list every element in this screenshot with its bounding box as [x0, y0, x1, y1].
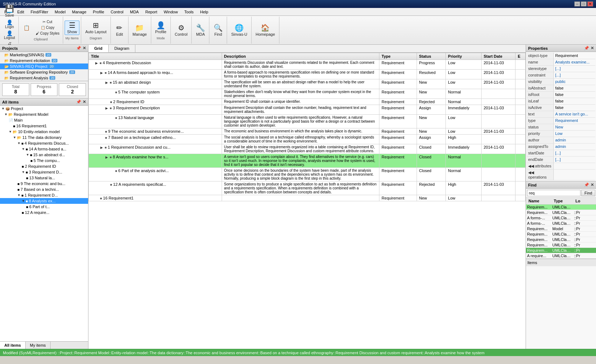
tab-my-items[interactable]: My items — [26, 342, 51, 349]
expand-arrow[interactable]: ▶ — [105, 81, 108, 84]
tree-natural-lang[interactable]: ■ 13 Natural la... — [0, 175, 88, 181]
project-software-eng[interactable]: 📂 Software Engineering Repository 20 — [0, 69, 88, 75]
tree-req-spec[interactable]: ■ 12 A require... — [0, 210, 88, 215]
tab-grid[interactable]: Grid — [88, 45, 109, 52]
table-row[interactable]: ■ 12 A requirements specificat... Some o… — [89, 181, 526, 195]
table-row[interactable]: ■ 6 Part of the analysis activi... Once … — [89, 168, 526, 181]
tree-main[interactable]: 📄 Main — [0, 117, 88, 123]
table-row[interactable]: ▶ ■ 15 an abstract design The specificat… — [89, 79, 526, 89]
cut-button[interactable]: ✂ Cut — [34, 19, 61, 25]
table-row[interactable]: ■ 5 The computer system Stakeholders oft… — [89, 89, 526, 99]
tree-req1[interactable]: ■ 16 Requirement1 — [0, 123, 88, 129]
auto-layout-button[interactable]: ⊞ Auto Layout — [83, 21, 109, 35]
prop-attributes[interactable]: ◀◀ attributes — [527, 163, 595, 170]
all-items-close-icon[interactable]: ✕ — [83, 100, 86, 104]
tab-diagram[interactable]: Diagram — [109, 45, 136, 52]
menu-window[interactable]: Window — [161, 9, 180, 15]
col-status[interactable]: Status — [417, 53, 445, 60]
menu-mda[interactable]: MDA — [127, 9, 142, 15]
find-close-icon[interactable]: ✕ — [591, 183, 594, 187]
properties-pin-icon[interactable]: 📌 — [584, 46, 589, 51]
minimize-button[interactable]: ─ — [574, 1, 580, 6]
table-row[interactable]: ■ 13 Natural language Natural language i… — [89, 115, 526, 128]
table-row[interactable]: ■ 7 Based on a technique called ethno...… — [89, 135, 526, 144]
tree-economic[interactable]: ■ 9 The economic and bu... — [0, 181, 88, 187]
tree-analysts[interactable]: ▼ ■ 8 Analysts ex... — [0, 198, 88, 204]
maximize-button[interactable]: □ — [581, 1, 587, 6]
table-row[interactable]: ■ 9 The economic and business environme.… — [89, 128, 526, 135]
tree-req-id[interactable]: ■ 2 Requirement ID — [0, 163, 88, 169]
save-button[interactable]: 💾 Save — [2, 4, 17, 18]
edit-button[interactable]: ✏ Edit — [112, 23, 127, 38]
tree-req-model[interactable]: ▼ 📂 Requirement Model — [0, 111, 88, 117]
project-req-elicitation[interactable]: 📂 Requirement elicitation 20 — [0, 58, 88, 63]
menu-help[interactable]: Help — [197, 9, 211, 15]
prop-operations[interactable]: ◀◀ operations — [527, 170, 595, 180]
tree-req-desc[interactable]: ▼ ■ 3 Requirement D... — [0, 169, 88, 175]
expand-arrow[interactable]: ▶ — [105, 155, 108, 159]
find-result-row[interactable]: A forms-... UMLClass1 ::Pr — [526, 215, 596, 221]
project-req-analysis[interactable]: 📂 Requirement Analysis 20 — [0, 75, 88, 81]
find-result-row[interactable]: A forms-... UMLClass1 ::Pr — [526, 221, 596, 226]
close-button[interactable]: ✕ — [587, 1, 593, 6]
col-description[interactable]: Description — [222, 53, 379, 60]
find-pin-icon[interactable]: 📌 — [584, 183, 589, 187]
tree-req-discuss2[interactable]: ▼ ■ 1 Requirement D... — [0, 192, 88, 198]
logout-button[interactable]: 👤 Logout — [2, 30, 17, 40]
find-result-row[interactable]: Requirem... UMLClass1 ::Pr — [526, 237, 596, 242]
project-sinvas-req[interactable]: 📂 SINVAS-REQ Project 20 — [0, 63, 88, 69]
find-result-row[interactable]: Requirem... Model ::Pr — [526, 226, 596, 232]
col-type[interactable]: Type — [379, 53, 417, 60]
tree-data-dict[interactable]: ▼ 📂 11 The data dictionary — [0, 135, 88, 140]
find-result-row[interactable]: Requirem... UMLClass1 ::Pr — [526, 248, 596, 253]
menu-tools[interactable]: Tools — [182, 9, 197, 15]
tree-abstract[interactable]: ▼ ■ 15 an abstract d... — [0, 152, 88, 158]
manage-button[interactable]: 📁 Manage — [130, 23, 149, 38]
menu-model[interactable]: Model — [52, 9, 69, 15]
find-result-row[interactable]: Requirem... UMLClass1 ::Pr — [526, 232, 596, 237]
tab-all-items[interactable]: All items — [0, 342, 26, 349]
menu-manage[interactable]: Manage — [69, 9, 90, 15]
tree-req-discuss[interactable]: ▼ ■ 4 Requirements Discus... — [0, 140, 88, 146]
project-marketing[interactable]: 📂 Marketing(SINVAS) 20 — [0, 52, 88, 58]
expand-arrow[interactable]: ▶ — [100, 71, 103, 75]
expand-arrow[interactable]: ▶ — [100, 146, 103, 149]
menu-report[interactable]: Report — [142, 9, 160, 15]
mda-button[interactable]: 🔧 MDA — [193, 23, 208, 38]
grid-container[interactable]: Title Description Type Status Priority S… — [88, 53, 526, 349]
show-button[interactable]: ☰ Show — [65, 21, 80, 35]
control-button[interactable]: ⚙ Control — [172, 23, 190, 38]
tree-entity[interactable]: ▼ 📂 10 Entity-relation model — [0, 129, 88, 135]
tree-forms-based[interactable]: ▼ ■ 14 A forms-based a... — [0, 146, 88, 152]
table-row[interactable]: ▶ ■ 4 Requirements Discussion Requiremen… — [89, 60, 526, 70]
table-row[interactable]: ▶ ■ 8 Analysts examine how the s... A se… — [89, 154, 526, 168]
table-row[interactable]: ▶ ■ 14 A forms-based approach to requ...… — [89, 70, 526, 79]
col-priority[interactable]: Priority — [446, 53, 482, 60]
find-result-row[interactable]: A require... UMLClass1 ::Pr — [526, 253, 596, 259]
tree-part-of[interactable]: ■ 6 Part of t... — [0, 204, 88, 210]
sinvas-u-button[interactable]: 🌐 Sinvas-U — [229, 23, 250, 38]
paste-button[interactable]: 📋 — [20, 19, 33, 36]
menu-find-filter[interactable]: Find/Filter — [28, 9, 51, 15]
find-button[interactable]: 🔍 Find — [211, 23, 225, 38]
copy-styles-button[interactable]: 🖌 Copy Styles — [34, 31, 61, 36]
expand-arrow[interactable]: ▶ — [105, 106, 108, 110]
table-row[interactable]: ▶ ■ 1 Requirement Discussion and cu... U… — [89, 144, 526, 154]
tree-computer[interactable]: ■ 5 The compu... — [0, 158, 88, 163]
table-row[interactable]: ■ 2 Requirement ID Requirement ID shall … — [89, 99, 526, 105]
tree-ethnograph[interactable]: ■ 7 Based on a techni... — [0, 187, 88, 192]
table-row[interactable]: ■ 16 Requirement1 Requirement New Low — [89, 195, 526, 201]
tree-project[interactable]: ▼ 📦 Project — [0, 106, 88, 111]
col-title[interactable]: Title — [89, 53, 222, 60]
copy-button[interactable]: 📋 Copy — [34, 25, 61, 30]
col-start-date[interactable]: Start Date — [481, 53, 515, 60]
find-result-row[interactable]: Requirem... UMLClass1 ::Pr — [526, 210, 596, 215]
projects-close-icon[interactable]: ✕ — [83, 46, 86, 51]
menu-control[interactable]: Control — [108, 9, 126, 15]
find-input[interactable] — [527, 190, 580, 196]
profile-button[interactable]: 👤 Profile — [153, 21, 169, 35]
login-button[interactable]: 👤 Login — [2, 19, 17, 30]
properties-close-icon[interactable]: ✕ — [591, 46, 594, 51]
expand-arrow[interactable]: ▶ — [95, 61, 98, 65]
homepage-button[interactable]: 🏠 Homepage — [253, 23, 278, 38]
